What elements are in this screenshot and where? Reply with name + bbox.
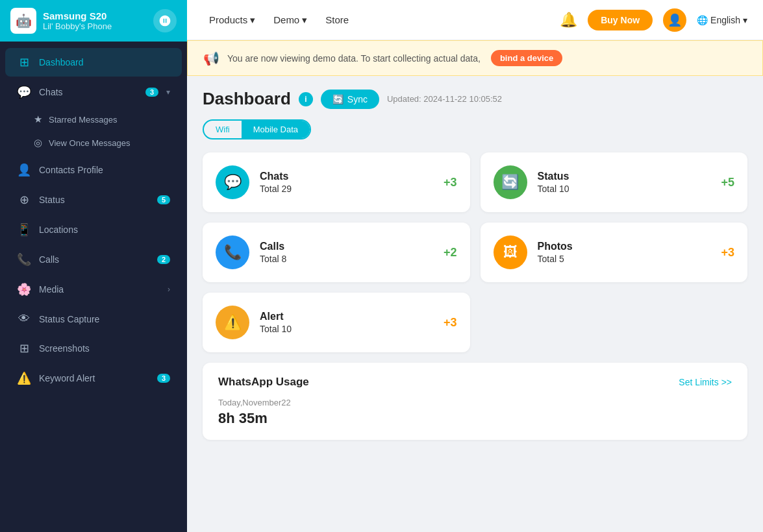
calls-badge: 2 [157,255,170,264]
alert-row: ⚠️ Alert Total 10 +3 [203,293,747,352]
sidebar-item-dashboard[interactable]: ⊞ Dashboard [5,48,182,77]
sidebar-item-locations[interactable]: 📱 Locations [5,215,182,244]
stat-card-photos[interactable]: 🖼 Photos Total 5 +3 [481,223,748,282]
chats-total-value: 29 [281,184,292,194]
chats-delta: +3 [444,176,457,189]
photos-stat-total: Total 5 [538,254,711,264]
calls-stat-total: Total 8 [260,254,433,264]
chats-stat-total: Total 29 [260,184,433,194]
chats-stat-name: Chats [260,171,433,182]
topnav-store[interactable]: Store [319,10,355,30]
photos-stat-info: Photos Total 5 [538,241,711,264]
status-badge: 5 [157,195,170,204]
usage-time: 8h 35m [218,410,732,427]
alert-stat-total: Total 10 [260,324,433,334]
set-limits-link[interactable]: Set Limits >> [679,377,732,387]
dashboard-header: Dashboard i 🔄 Sync Updated: 2024-11-22 1… [203,89,747,109]
status-total-label: Total [538,184,557,194]
device-name: Samsung S20 [43,10,147,21]
sidebar-item-keyword-alert[interactable]: ⚠️ Keyword Alert 3 [5,364,182,393]
locations-label: Locations [39,224,170,235]
calls-total-value: 8 [281,254,286,264]
view-once-label: View Once Messages [49,138,131,148]
status-capture-icon: 👁 [17,312,31,326]
alert-total-value: 10 [281,324,292,334]
calls-total-label: Total [260,254,279,264]
top-navbar: Products ▾ Demo ▾ Store 🔔 Buy Now 👤 🌐 En… [187,0,763,40]
stat-card-calls[interactable]: 📞 Calls Total 8 +2 [203,223,470,282]
sidebar-item-status[interactable]: ⊕ Status 5 [5,186,182,214]
usage-header: WhatsApp Usage Set Limits >> [218,376,732,389]
sidebar-header: 🤖 Samsung S20 Lil' Bobby's Phone [0,0,187,42]
info-icon[interactable]: i [299,92,313,106]
sidebar-item-starred-messages[interactable]: ★ Starred Messages [0,108,187,131]
status-stat-info: Status Total 10 [538,171,711,194]
chats-badge: 3 [145,88,158,97]
sync-button[interactable]: 🔄 Sync [321,90,379,109]
store-label: Store [325,14,349,25]
stat-card-status[interactable]: 🔄 Status Total 10 +5 [481,152,748,212]
main-area: Products ▾ Demo ▾ Store 🔔 Buy Now 👤 🌐 En… [187,0,763,532]
switch-device-button[interactable] [153,9,177,32]
demo-chevron-icon: ▾ [302,14,307,26]
photos-stat-icon: 🖼 [494,236,527,269]
starred-messages-label: Starred Messages [49,115,118,125]
keyword-alert-label: Keyword Alert [39,373,149,383]
screenshots-label: Screenshots [39,343,170,354]
star-icon: ★ [34,114,42,125]
bind-device-button[interactable]: bind a device [491,50,562,66]
keyword-alert-icon: ⚠️ [17,371,31,385]
usage-title: WhatsApp Usage [218,376,309,389]
alert-total-label: Total [260,324,279,334]
demo-banner: 📢 You are now viewing demo data. To star… [187,40,763,76]
alert-stat-icon: ⚠️ [216,306,249,339]
mobile-data-toggle[interactable]: Mobile Data [242,121,310,138]
sidebar-item-calls[interactable]: 📞 Calls 2 [5,245,182,274]
dashboard-body: Dashboard i 🔄 Sync Updated: 2024-11-22 1… [187,76,763,453]
app-icon: 🤖 [10,8,36,34]
topnav-demo[interactable]: Demo ▾ [267,10,314,30]
status-capture-label: Status Capture [39,314,170,324]
notification-bell-icon[interactable]: 🔔 [560,12,577,29]
language-selector[interactable]: 🌐 English ▾ [697,15,747,25]
sync-icon: 🔄 [332,94,344,104]
page-title: Dashboard [203,89,291,109]
status-icon: ⊕ [17,193,31,207]
megaphone-icon: 📢 [203,51,219,66]
user-avatar[interactable]: 👤 [663,8,686,32]
updated-timestamp: Updated: 2024-11-22 10:05:52 [387,94,502,104]
chats-chevron-icon: ▾ [166,88,170,97]
buy-now-button[interactable]: Buy Now [588,10,653,30]
stats-grid: 💬 Chats Total 29 +3 🔄 Status [203,152,747,282]
locations-icon: 📱 [17,223,31,237]
sidebar-item-chats[interactable]: 💬 Chats 3 ▾ [5,78,182,106]
media-label: Media [39,284,160,295]
status-stat-name: Status [538,171,711,182]
sync-label: Sync [347,94,368,104]
stat-card-alert[interactable]: ⚠️ Alert Total 10 +3 [203,293,470,352]
wifi-toggle[interactable]: Wifi [204,121,242,138]
alert-stat-name: Alert [260,311,433,322]
photos-total-value: 5 [559,254,564,264]
data-source-toggle: Wifi Mobile Data [203,119,311,139]
sidebar-item-status-capture[interactable]: 👁 Status Capture [5,305,182,333]
sidebar-item-screenshots[interactable]: ⊞ Screenshots [5,334,182,363]
stat-card-chats[interactable]: 💬 Chats Total 29 +3 [203,152,470,212]
topnav-products[interactable]: Products ▾ [203,10,262,30]
photos-delta: +3 [721,246,734,260]
calls-label: Calls [39,254,149,265]
contacts-label: Contacts Profile [39,165,170,175]
usage-date: Today,November22 [218,398,732,407]
whatsapp-usage-card: WhatsApp Usage Set Limits >> Today,Novem… [203,363,747,440]
sidebar-chats-label: Chats [39,87,138,97]
chats-stat-icon: 💬 [216,165,249,199]
sidebar-item-contacts[interactable]: 👤 Contacts Profile [5,156,182,184]
screenshots-icon: ⊞ [17,341,31,356]
chats-icon: 💬 [17,85,31,99]
sidebar-item-media[interactable]: 🌸 Media › [5,275,182,304]
calls-delta: +2 [444,246,457,260]
chats-total-label: Total [260,184,279,194]
sidebar-item-view-once[interactable]: ◎ View Once Messages [0,131,187,154]
keyword-badge: 3 [157,374,170,383]
view-once-icon: ◎ [34,137,42,149]
